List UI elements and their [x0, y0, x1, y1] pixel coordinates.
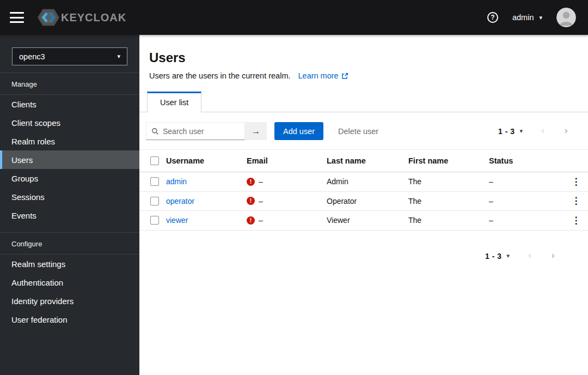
status-value: – [489, 197, 564, 205]
pagination-range: 1 - 3 [485, 252, 502, 261]
sidebar-item-users[interactable]: Users [0, 150, 139, 169]
email-value: – [259, 177, 263, 186]
chevron-left-icon [540, 128, 546, 135]
row-kebab-menu[interactable]: ⋮ [564, 176, 588, 188]
sidebar-item-realm-settings[interactable]: Realm settings [0, 255, 139, 273]
sidebar-item-user-federation[interactable]: User federation [0, 310, 139, 329]
tab-bar: User list [139, 92, 588, 112]
chevron-down-icon: ▾ [117, 53, 120, 60]
username-link[interactable]: operator [166, 197, 194, 205]
sidebar: openc3 ▾ Manage Clients Client scopes Re… [0, 35, 139, 375]
row-checkbox[interactable] [150, 216, 159, 225]
pagination-top: 1 - 3 ▾ [498, 123, 577, 140]
sidebar-item-groups[interactable]: Groups [0, 169, 139, 188]
column-header-first-name: First name [408, 156, 489, 165]
chevron-down-icon: ▾ [519, 128, 523, 135]
select-all-checkbox[interactable] [150, 156, 159, 165]
realm-selector-value: openc3 [19, 52, 45, 61]
table-row: admin ! – Admin The – ⋮ [139, 172, 588, 192]
page-description: Users are the users in the current realm… [149, 71, 291, 80]
user-menu-toggle[interactable]: admin ▾ [512, 13, 542, 22]
row-checkbox[interactable] [150, 177, 159, 186]
help-icon[interactable]: ? [487, 12, 498, 23]
sidebar-item-client-scopes[interactable]: Client scopes [0, 113, 139, 132]
last-name-value: Admin [327, 177, 408, 186]
delete-user-button[interactable]: Delete user [338, 127, 378, 136]
avatar[interactable] [556, 8, 576, 27]
sidebar-item-authentication[interactable]: Authentication [0, 273, 139, 292]
pagination-menu-toggle[interactable]: 1 - 3 ▾ [498, 127, 523, 136]
sidebar-item-events[interactable]: Events [0, 206, 139, 225]
table-row: viewer ! – Viewer The – ⋮ [139, 211, 588, 231]
keycloak-logo: KEYCLOAK [37, 8, 126, 27]
nav-toggle-icon[interactable] [10, 12, 24, 23]
search-icon [151, 128, 159, 135]
brand-text: KEYCLOAK [61, 11, 126, 24]
column-header-status: Status [489, 156, 564, 165]
sidebar-item-realm-roles[interactable]: Realm roles [0, 132, 139, 150]
column-header-email: Email [247, 156, 327, 165]
last-name-value: Viewer [327, 216, 408, 225]
row-checkbox[interactable] [150, 197, 159, 205]
sidebar-item-clients[interactable]: Clients [0, 95, 139, 113]
external-link-icon [341, 72, 348, 80]
status-value: – [489, 177, 564, 186]
first-name-value: The [408, 216, 489, 225]
main-content: Users Users are the users in the current… [139, 35, 588, 375]
masthead: KEYCLOAK ? admin ▾ [0, 0, 588, 35]
last-name-value: Operator [327, 197, 408, 205]
sidebar-item-identity-providers[interactable]: Identity providers [0, 292, 139, 310]
prev-page-button[interactable] [531, 123, 554, 140]
column-header-username: Username [166, 156, 247, 165]
email-warning-icon: ! [247, 216, 255, 225]
pagination-bottom: 1 - 3 ▾ [485, 248, 564, 264]
username-link[interactable]: viewer [166, 216, 188, 225]
row-kebab-menu[interactable]: ⋮ [564, 195, 588, 207]
status-value: – [489, 216, 564, 225]
username-link[interactable]: admin [166, 177, 187, 186]
users-table: Username Email Last name First name Stat… [139, 149, 588, 231]
email-value: – [259, 216, 263, 225]
keycloak-hexagon-icon [37, 8, 60, 27]
nav-section-manage: Manage [0, 73, 139, 94]
user-menu-label: admin [512, 13, 534, 22]
chevron-down-icon: ▾ [539, 14, 542, 21]
realm-selector[interactable]: openc3 ▾ [12, 47, 127, 65]
avatar-person-icon [556, 8, 576, 27]
add-user-button[interactable]: Add user [274, 122, 323, 140]
page-title: Users [149, 50, 575, 65]
nav-section-configure: Configure [0, 233, 139, 254]
search-submit-button[interactable]: → [245, 122, 267, 140]
learn-more-link[interactable]: Learn more [298, 71, 348, 80]
search-input[interactable] [163, 127, 240, 136]
pagination-range: 1 - 3 [498, 127, 515, 136]
chevron-right-icon [563, 128, 569, 135]
email-value: – [259, 197, 263, 205]
chevron-down-icon: ▾ [506, 252, 510, 259]
email-warning-icon: ! [247, 178, 255, 186]
prev-page-button[interactable] [518, 248, 541, 264]
first-name-value: The [408, 177, 489, 186]
table-row: operator ! – Operator The – ⋮ [139, 192, 588, 211]
column-header-last-name: Last name [327, 156, 408, 165]
first-name-value: The [408, 197, 489, 205]
row-kebab-menu[interactable]: ⋮ [564, 215, 588, 226]
sidebar-item-sessions[interactable]: Sessions [0, 188, 139, 206]
toolbar: → Add user Delete user 1 - 3 ▾ [139, 112, 588, 149]
chevron-right-icon [550, 252, 556, 259]
table-header-row: Username Email Last name First name Stat… [139, 150, 588, 172]
next-page-button[interactable] [554, 123, 577, 140]
chevron-left-icon [527, 252, 533, 259]
pagination-menu-toggle[interactable]: 1 - 3 ▾ [485, 252, 510, 261]
tab-user-list[interactable]: User list [147, 92, 201, 112]
email-warning-icon: ! [247, 197, 255, 205]
next-page-button[interactable] [541, 248, 564, 264]
